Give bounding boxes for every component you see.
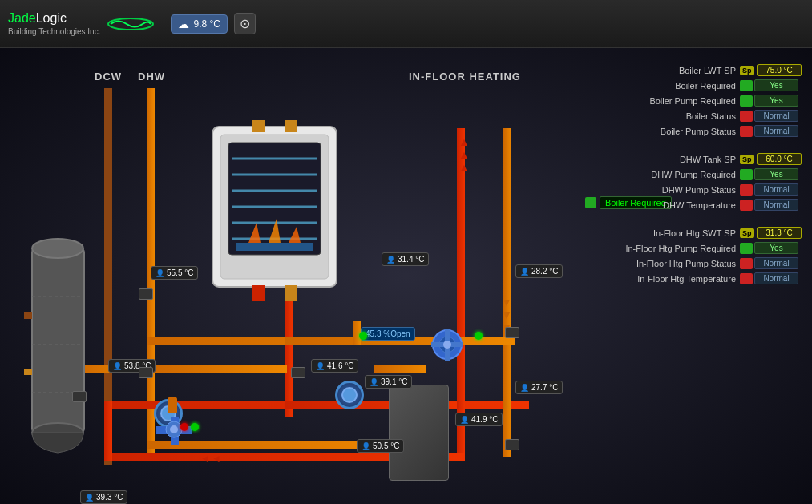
inFloor-pump-status-row: In-Floor Htg Pump Status Normal: [596, 257, 804, 269]
gauge-icon-widget[interactable]: ⊙: [234, 13, 256, 34]
boiler-req-badge: Yes: [740, 79, 804, 91]
valve-indicator-green: [359, 332, 367, 340]
svg-point-34: [170, 425, 178, 433]
temp-badge-9: 41.9 °C: [455, 413, 503, 426]
status-panel: Boiler LWT SP Sp 75.0 °C Boiler Required…: [596, 64, 804, 300]
dhw-pump-req-value: Yes: [754, 168, 798, 180]
svg-point-19: [32, 239, 83, 258]
header: JadeLogic Building Technologies Inc. ☁ 9…: [0, 0, 812, 48]
inFloor-pump-req-row: In-Floor Htg Pump Required Yes: [596, 242, 804, 254]
inFloor-sp-tag: Sp: [740, 228, 754, 238]
dhw-pump-status-label: DHW Pump Status: [624, 185, 736, 195]
flow-arrows-left: ◄ ◄: [200, 453, 221, 464]
dhw-pump-req-row: DHW Pump Required Yes: [596, 168, 804, 180]
boiler-status-label: Boiler Status: [624, 111, 736, 121]
inFloor-pump-req-badge: Yes: [740, 242, 804, 254]
temp-badge-1: 55.5 °C: [151, 266, 198, 280]
logo-text: JadeLogic Building Technologies Inc.: [8, 11, 100, 37]
tank-red-outlet: [104, 401, 112, 461]
dhw-pump-status-indicator: [740, 184, 753, 196]
temp-badge-8: 50.5 °C: [357, 439, 404, 453]
boiler-lwt-sp-row: Boiler LWT SP Sp 75.0 °C: [596, 64, 804, 76]
svg-rect-25: [24, 369, 32, 375]
svg-rect-24: [24, 312, 32, 319]
svg-rect-16: [252, 285, 265, 301]
boiler-status-indicator: [740, 111, 753, 122]
main-content: DCW DHW IN-FLOOR HEATING: [0, 48, 812, 504]
pump-indicator-green: [191, 423, 199, 431]
svg-point-0: [108, 18, 153, 30]
boiler-status-badge: Normal: [740, 110, 804, 122]
boiler-req-indicator: [740, 80, 753, 91]
weather-temp: 9.8 °C: [193, 18, 220, 30]
dhw-tank-sp-label: DHW Tank SP: [624, 155, 736, 164]
inFloor-temp-value: Normal: [754, 272, 798, 284]
inFloor-swt-sp-badge: Sp 31.3 °C: [740, 227, 804, 239]
boiler-lwt-badge: Sp 75.0 °C: [740, 64, 804, 76]
inFloor-temp-badge: Normal: [740, 272, 804, 284]
inFloor-pump-status-value: Normal: [754, 257, 798, 269]
dhw-tank-sp-badge: Sp 60.0 °C: [740, 153, 804, 165]
inFloor-swt-sp-label: In-Floor Htg SWT SP: [624, 228, 736, 238]
pump-indicator-red: [180, 423, 188, 431]
temp-badge-6: 28.2 °C: [515, 264, 563, 278]
sensor-6: [72, 391, 87, 402]
temp-badge-10: 39.3 °C: [80, 490, 127, 504]
temp-badge-4: 39.1 °C: [365, 375, 412, 389]
inFloor-pump-status-badge: Normal: [740, 257, 804, 269]
weather-widget: ☁ 9.8 °C: [171, 14, 227, 34]
dhw-label: DHW: [138, 71, 165, 83]
sensor-4: [505, 327, 519, 338]
boiler-pump-req-value: Yes: [754, 95, 798, 107]
boiler-pump-status-value: Normal: [754, 125, 798, 137]
dhw-tank-sp-value: 60.0 °C: [757, 153, 802, 165]
temp-badge-7: 27.7 °C: [515, 381, 563, 394]
flow-arrows-up: ▲ ▲ ▲: [459, 136, 470, 173]
svg-rect-10: [236, 243, 313, 251]
svg-point-30: [443, 341, 451, 349]
sensor-2: [139, 367, 153, 378]
inFloor-swt-sp-value: 31.3 °C: [757, 227, 802, 239]
inFloor-pump-req-value: Yes: [754, 242, 798, 254]
boiler-pump-req-row: Boiler Pump Required Yes: [596, 95, 804, 107]
inFloor-temp-label: In-Floor Htg Temperature: [624, 274, 736, 284]
dhw-temp-label: DHW Temperature: [624, 200, 736, 210]
boiler-pump-req-label: Boiler Pump Required: [624, 96, 736, 106]
dhw-pump-status-value: Normal: [754, 183, 798, 196]
valve-indicator-green-2: [475, 332, 483, 340]
boiler-status-group: Boiler LWT SP Sp 75.0 °C Boiler Required…: [596, 64, 804, 137]
temp-badge-3: 41.6 °C: [311, 359, 358, 373]
inFloor-pump-req-indicator: [740, 243, 753, 254]
inFloor-pump-status-indicator: [740, 258, 753, 269]
boiler-req-value: Yes: [754, 79, 798, 91]
gauge-icon: ⊙: [240, 17, 250, 30]
boiler-unit: [204, 119, 345, 303]
svg-rect-17: [285, 285, 297, 301]
water-tank: [24, 232, 92, 468]
boiler-req-label: Boiler Required: [624, 81, 736, 91]
svg-rect-15: [285, 120, 297, 132]
sensor-3: [291, 367, 305, 378]
boiler-pump-status-label: Boiler Pump Status: [624, 127, 736, 136]
temp-badge-5: 31.4 °C: [382, 252, 429, 266]
inFloor-pump-req-label: In-Floor Htg Pump Required: [624, 244, 736, 253]
dhw-temp-row: DHW Temperature Normal: [596, 199, 804, 211]
logo-jade: Jade: [8, 11, 36, 25]
buffer-tank: [389, 385, 449, 481]
boiler-required-dot: [585, 197, 596, 208]
boiler-pump-status-indicator: [740, 126, 753, 137]
dhw-temp-badge: Normal: [740, 199, 804, 211]
boiler-status-value: Normal: [754, 110, 798, 122]
inFloor-status-group: In-Floor Htg SWT SP Sp 31.3 °C In-Floor …: [596, 227, 804, 284]
logo-area: JadeLogic Building Technologies Inc.: [8, 11, 155, 37]
boiler-lwt-sp-tag: Sp: [740, 66, 754, 75]
main-pump: [335, 381, 364, 409]
dhw-temp-value: Normal: [754, 199, 798, 211]
mixing-valve: [427, 325, 467, 368]
dhw-pump-req-badge: Yes: [740, 168, 804, 180]
svg-rect-14: [252, 120, 265, 132]
boiler-pump-status-row: Boiler Pump Status Normal: [596, 125, 804, 137]
boiler-status-row: Boiler Status Normal: [596, 110, 804, 122]
dhw-pump-status-badge: Normal: [740, 183, 804, 196]
dhw-temp-indicator: [740, 200, 753, 211]
